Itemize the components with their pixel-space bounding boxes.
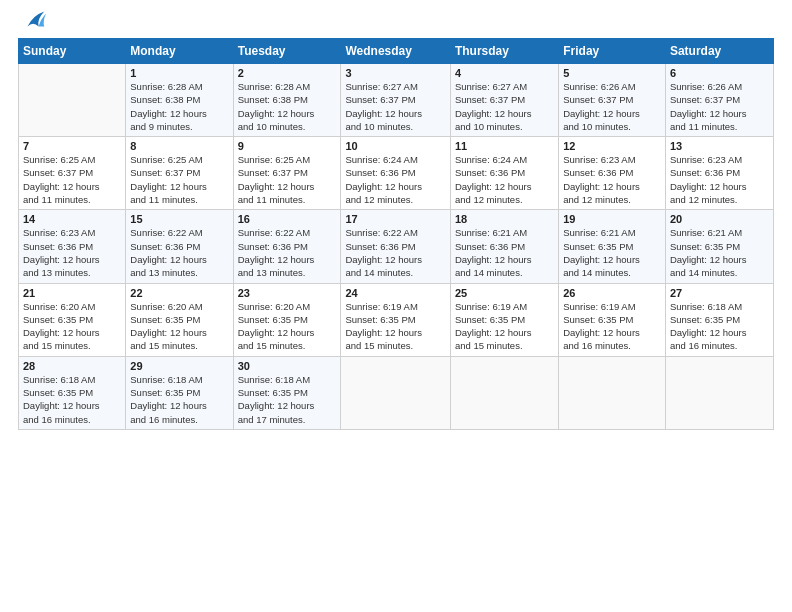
day-info: Sunrise: 6:27 AM Sunset: 6:37 PM Dayligh… xyxy=(345,80,445,133)
calendar-cell: 18Sunrise: 6:21 AM Sunset: 6:36 PM Dayli… xyxy=(450,210,558,283)
calendar-cell: 27Sunrise: 6:18 AM Sunset: 6:35 PM Dayli… xyxy=(665,283,773,356)
day-info: Sunrise: 6:26 AM Sunset: 6:37 PM Dayligh… xyxy=(563,80,661,133)
calendar-cell: 3Sunrise: 6:27 AM Sunset: 6:37 PM Daylig… xyxy=(341,64,450,137)
calendar-cell: 30Sunrise: 6:18 AM Sunset: 6:35 PM Dayli… xyxy=(233,356,341,429)
weekday-header-sunday: Sunday xyxy=(19,39,126,64)
calendar-cell: 6Sunrise: 6:26 AM Sunset: 6:37 PM Daylig… xyxy=(665,64,773,137)
weekday-header-row: SundayMondayTuesdayWednesdayThursdayFrid… xyxy=(19,39,774,64)
day-number: 22 xyxy=(130,287,228,299)
calendar-cell: 1Sunrise: 6:28 AM Sunset: 6:38 PM Daylig… xyxy=(126,64,233,137)
calendar-cell: 26Sunrise: 6:19 AM Sunset: 6:35 PM Dayli… xyxy=(559,283,666,356)
day-info: Sunrise: 6:23 AM Sunset: 6:36 PM Dayligh… xyxy=(670,153,769,206)
day-info: Sunrise: 6:18 AM Sunset: 6:35 PM Dayligh… xyxy=(238,373,337,426)
week-row-1: 1Sunrise: 6:28 AM Sunset: 6:38 PM Daylig… xyxy=(19,64,774,137)
calendar-cell: 15Sunrise: 6:22 AM Sunset: 6:36 PM Dayli… xyxy=(126,210,233,283)
calendar-cell: 8Sunrise: 6:25 AM Sunset: 6:37 PM Daylig… xyxy=(126,137,233,210)
calendar-cell: 22Sunrise: 6:20 AM Sunset: 6:35 PM Dayli… xyxy=(126,283,233,356)
day-number: 25 xyxy=(455,287,554,299)
day-number: 12 xyxy=(563,140,661,152)
calendar-cell: 4Sunrise: 6:27 AM Sunset: 6:37 PM Daylig… xyxy=(450,64,558,137)
day-number: 30 xyxy=(238,360,337,372)
day-number: 8 xyxy=(130,140,228,152)
day-info: Sunrise: 6:28 AM Sunset: 6:38 PM Dayligh… xyxy=(238,80,337,133)
calendar-cell: 23Sunrise: 6:20 AM Sunset: 6:35 PM Dayli… xyxy=(233,283,341,356)
day-number: 2 xyxy=(238,67,337,79)
day-info: Sunrise: 6:20 AM Sunset: 6:35 PM Dayligh… xyxy=(130,300,228,353)
day-info: Sunrise: 6:19 AM Sunset: 6:35 PM Dayligh… xyxy=(345,300,445,353)
calendar-cell: 9Sunrise: 6:25 AM Sunset: 6:37 PM Daylig… xyxy=(233,137,341,210)
weekday-header-thursday: Thursday xyxy=(450,39,558,64)
calendar-cell: 2Sunrise: 6:28 AM Sunset: 6:38 PM Daylig… xyxy=(233,64,341,137)
calendar-cell: 28Sunrise: 6:18 AM Sunset: 6:35 PM Dayli… xyxy=(19,356,126,429)
week-row-3: 14Sunrise: 6:23 AM Sunset: 6:36 PM Dayli… xyxy=(19,210,774,283)
calendar-cell: 12Sunrise: 6:23 AM Sunset: 6:36 PM Dayli… xyxy=(559,137,666,210)
day-info: Sunrise: 6:22 AM Sunset: 6:36 PM Dayligh… xyxy=(238,226,337,279)
day-number: 29 xyxy=(130,360,228,372)
weekday-header-monday: Monday xyxy=(126,39,233,64)
day-number: 10 xyxy=(345,140,445,152)
day-info: Sunrise: 6:27 AM Sunset: 6:37 PM Dayligh… xyxy=(455,80,554,133)
day-number: 21 xyxy=(23,287,121,299)
calendar-cell xyxy=(450,356,558,429)
day-number: 19 xyxy=(563,213,661,225)
weekday-header-tuesday: Tuesday xyxy=(233,39,341,64)
calendar-cell: 29Sunrise: 6:18 AM Sunset: 6:35 PM Dayli… xyxy=(126,356,233,429)
calendar-table: SundayMondayTuesdayWednesdayThursdayFrid… xyxy=(18,38,774,430)
day-info: Sunrise: 6:19 AM Sunset: 6:35 PM Dayligh… xyxy=(455,300,554,353)
calendar-cell xyxy=(559,356,666,429)
day-info: Sunrise: 6:25 AM Sunset: 6:37 PM Dayligh… xyxy=(130,153,228,206)
day-number: 3 xyxy=(345,67,445,79)
day-info: Sunrise: 6:18 AM Sunset: 6:35 PM Dayligh… xyxy=(23,373,121,426)
day-number: 26 xyxy=(563,287,661,299)
calendar-cell: 10Sunrise: 6:24 AM Sunset: 6:36 PM Dayli… xyxy=(341,137,450,210)
calendar-cell: 13Sunrise: 6:23 AM Sunset: 6:36 PM Dayli… xyxy=(665,137,773,210)
calendar-cell: 24Sunrise: 6:19 AM Sunset: 6:35 PM Dayli… xyxy=(341,283,450,356)
logo-bird-icon xyxy=(20,6,48,34)
day-number: 5 xyxy=(563,67,661,79)
day-number: 20 xyxy=(670,213,769,225)
calendar-cell: 17Sunrise: 6:22 AM Sunset: 6:36 PM Dayli… xyxy=(341,210,450,283)
day-number: 11 xyxy=(455,140,554,152)
calendar-cell xyxy=(665,356,773,429)
calendar-cell: 20Sunrise: 6:21 AM Sunset: 6:35 PM Dayli… xyxy=(665,210,773,283)
calendar-cell xyxy=(19,64,126,137)
day-info: Sunrise: 6:20 AM Sunset: 6:35 PM Dayligh… xyxy=(23,300,121,353)
day-number: 7 xyxy=(23,140,121,152)
day-number: 23 xyxy=(238,287,337,299)
calendar-cell: 11Sunrise: 6:24 AM Sunset: 6:36 PM Dayli… xyxy=(450,137,558,210)
day-info: Sunrise: 6:23 AM Sunset: 6:36 PM Dayligh… xyxy=(23,226,121,279)
calendar-cell: 19Sunrise: 6:21 AM Sunset: 6:35 PM Dayli… xyxy=(559,210,666,283)
calendar-cell: 21Sunrise: 6:20 AM Sunset: 6:35 PM Dayli… xyxy=(19,283,126,356)
day-info: Sunrise: 6:18 AM Sunset: 6:35 PM Dayligh… xyxy=(670,300,769,353)
calendar-cell: 25Sunrise: 6:19 AM Sunset: 6:35 PM Dayli… xyxy=(450,283,558,356)
day-info: Sunrise: 6:22 AM Sunset: 6:36 PM Dayligh… xyxy=(345,226,445,279)
day-info: Sunrise: 6:25 AM Sunset: 6:37 PM Dayligh… xyxy=(238,153,337,206)
day-info: Sunrise: 6:26 AM Sunset: 6:37 PM Dayligh… xyxy=(670,80,769,133)
day-number: 14 xyxy=(23,213,121,225)
day-number: 17 xyxy=(345,213,445,225)
page: SundayMondayTuesdayWednesdayThursdayFrid… xyxy=(0,0,792,612)
day-info: Sunrise: 6:24 AM Sunset: 6:36 PM Dayligh… xyxy=(455,153,554,206)
day-info: Sunrise: 6:18 AM Sunset: 6:35 PM Dayligh… xyxy=(130,373,228,426)
day-number: 6 xyxy=(670,67,769,79)
week-row-4: 21Sunrise: 6:20 AM Sunset: 6:35 PM Dayli… xyxy=(19,283,774,356)
calendar-cell: 7Sunrise: 6:25 AM Sunset: 6:37 PM Daylig… xyxy=(19,137,126,210)
day-number: 4 xyxy=(455,67,554,79)
calendar-cell: 16Sunrise: 6:22 AM Sunset: 6:36 PM Dayli… xyxy=(233,210,341,283)
day-info: Sunrise: 6:19 AM Sunset: 6:35 PM Dayligh… xyxy=(563,300,661,353)
day-number: 1 xyxy=(130,67,228,79)
day-info: Sunrise: 6:28 AM Sunset: 6:38 PM Dayligh… xyxy=(130,80,228,133)
day-info: Sunrise: 6:25 AM Sunset: 6:37 PM Dayligh… xyxy=(23,153,121,206)
day-info: Sunrise: 6:22 AM Sunset: 6:36 PM Dayligh… xyxy=(130,226,228,279)
calendar-cell: 14Sunrise: 6:23 AM Sunset: 6:36 PM Dayli… xyxy=(19,210,126,283)
weekday-header-friday: Friday xyxy=(559,39,666,64)
day-number: 9 xyxy=(238,140,337,152)
day-info: Sunrise: 6:20 AM Sunset: 6:35 PM Dayligh… xyxy=(238,300,337,353)
day-number: 16 xyxy=(238,213,337,225)
day-info: Sunrise: 6:21 AM Sunset: 6:35 PM Dayligh… xyxy=(563,226,661,279)
day-info: Sunrise: 6:21 AM Sunset: 6:35 PM Dayligh… xyxy=(670,226,769,279)
header xyxy=(18,10,774,34)
day-number: 13 xyxy=(670,140,769,152)
calendar-cell: 5Sunrise: 6:26 AM Sunset: 6:37 PM Daylig… xyxy=(559,64,666,137)
day-info: Sunrise: 6:21 AM Sunset: 6:36 PM Dayligh… xyxy=(455,226,554,279)
